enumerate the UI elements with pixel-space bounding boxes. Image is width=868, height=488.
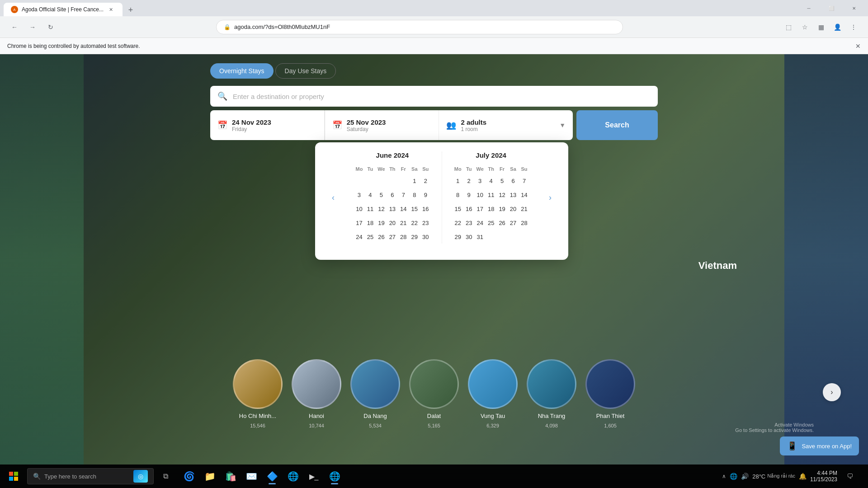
june-day-9[interactable]: 9: [420, 188, 430, 202]
calendar-next-button[interactable]: ›: [543, 190, 557, 205]
menu-button[interactable]: ⋮: [846, 20, 861, 34]
july-day-5[interactable]: 5: [497, 174, 507, 188]
june-day-26[interactable]: 26: [376, 230, 386, 244]
checkin-field[interactable]: 📅 24 Nov 2023 Friday: [210, 110, 325, 140]
dest-dalat[interactable]: Dalat 5,165: [409, 359, 459, 428]
june-day-20[interactable]: 20: [387, 216, 397, 230]
notification-close[interactable]: ✕: [855, 42, 861, 50]
tab-grid-button[interactable]: ▦: [814, 20, 828, 34]
june-day-30[interactable]: 30: [420, 230, 430, 244]
july-day-12[interactable]: 12: [497, 188, 507, 202]
june-day-16[interactable]: 16: [420, 202, 430, 216]
task-view-button[interactable]: ⧉: [156, 466, 175, 486]
bookmark-button[interactable]: ☆: [797, 20, 812, 34]
july-day-19[interactable]: 19: [497, 202, 507, 216]
dest-ho-chi-minh[interactable]: Ho Chi Minh... 15,546: [233, 359, 283, 428]
taskbar-mail-button[interactable]: ✉️: [241, 466, 261, 486]
calendar-prev-button[interactable]: ‹: [326, 190, 340, 205]
minimize-button[interactable]: ─: [798, 0, 819, 16]
june-day-13[interactable]: 13: [387, 202, 397, 216]
june-day-12[interactable]: 12: [376, 202, 386, 216]
dest-phan-thiet[interactable]: Phan Thiet 1,605: [585, 359, 635, 428]
checkout-field[interactable]: 📅 25 Nov 2023 Saturday: [325, 110, 439, 140]
june-day-29[interactable]: 29: [410, 230, 420, 244]
account-button[interactable]: 👤: [830, 20, 844, 34]
july-day-23[interactable]: 23: [464, 216, 474, 230]
taskbar-clock[interactable]: 4:44 PM 11/15/2023: [810, 470, 837, 483]
app-banner[interactable]: 📱 Save more on App!: [780, 436, 859, 455]
destination-search-row[interactable]: 🔍 Enter a destination or property: [210, 86, 658, 107]
july-day-18[interactable]: 18: [486, 202, 496, 216]
june-day-4[interactable]: 4: [365, 188, 375, 202]
june-day-3[interactable]: 3: [354, 188, 364, 202]
action-center-button[interactable]: 🗨: [841, 466, 859, 486]
july-day-29[interactable]: 29: [453, 230, 463, 244]
new-tab-button[interactable]: +: [124, 4, 137, 16]
july-day-27[interactable]: 27: [508, 216, 518, 230]
july-day-20[interactable]: 20: [508, 202, 518, 216]
july-day-17[interactable]: 17: [475, 202, 485, 216]
june-day-25[interactable]: 25: [365, 230, 375, 244]
june-day-1[interactable]: 1: [410, 174, 420, 188]
dest-nha-trang[interactable]: Nha Trang 4,098: [527, 359, 576, 428]
june-day-28[interactable]: 28: [398, 230, 408, 244]
guests-field[interactable]: 👥 2 adults 1 room ▼: [439, 110, 573, 140]
day-use-stays-tab[interactable]: Day Use Stays: [275, 63, 336, 79]
june-day-15[interactable]: 15: [410, 202, 420, 216]
july-day-28[interactable]: 28: [519, 216, 529, 230]
july-day-21[interactable]: 21: [519, 202, 529, 216]
taskbar-search-bar[interactable]: 🔍 Type here to search ◎: [27, 468, 154, 484]
taskbar-vscode-button[interactable]: 🔷: [262, 466, 282, 486]
july-day-9[interactable]: 9: [464, 188, 474, 202]
june-day-10[interactable]: 10: [354, 202, 364, 216]
browser-tab[interactable]: A Agoda Official Site | Free Cance... ✕: [4, 3, 123, 16]
july-day-3[interactable]: 3: [475, 174, 485, 188]
reload-button[interactable]: ↻: [43, 20, 58, 34]
taskbar-chrome2-button[interactable]: 🌐: [325, 466, 344, 486]
june-day-27[interactable]: 27: [387, 230, 397, 244]
july-day-8[interactable]: 8: [453, 188, 463, 202]
notification-icon[interactable]: 🔔: [799, 473, 807, 480]
june-day-17[interactable]: 17: [354, 216, 364, 230]
june-day-22[interactable]: 22: [410, 216, 420, 230]
dest-vung-tau[interactable]: Vung Tau 6,329: [468, 359, 518, 428]
july-day-24[interactable]: 24: [475, 216, 485, 230]
july-day-13[interactable]: 13: [508, 188, 518, 202]
june-day-11[interactable]: 11: [365, 202, 375, 216]
july-day-1[interactable]: 1: [453, 174, 463, 188]
start-button[interactable]: [4, 466, 24, 486]
june-day-23[interactable]: 23: [420, 216, 430, 230]
july-day-14[interactable]: 14: [519, 188, 529, 202]
july-day-25[interactable]: 25: [486, 216, 496, 230]
dest-da-nang[interactable]: Da Nang 5,534: [350, 359, 400, 428]
july-day-6[interactable]: 6: [508, 174, 518, 188]
address-bar[interactable]: 🔒 agoda.com/?ds=Ol8th0MlubzMU1nF: [216, 20, 623, 34]
june-day-7[interactable]: 7: [398, 188, 408, 202]
july-day-15[interactable]: 15: [453, 202, 463, 216]
taskbar-explorer-button[interactable]: 📁: [200, 466, 220, 486]
july-day-10[interactable]: 10: [475, 188, 485, 202]
dest-hanoi[interactable]: Hanoi 10,744: [292, 359, 341, 428]
june-day-6[interactable]: 6: [387, 188, 397, 202]
june-day-24[interactable]: 24: [354, 230, 364, 244]
taskbar-chrome-button[interactable]: 🌐: [283, 466, 303, 486]
forward-button[interactable]: →: [25, 20, 40, 34]
june-day-2[interactable]: 2: [420, 174, 430, 188]
july-day-7[interactable]: 7: [519, 174, 529, 188]
network-icon[interactable]: 🌐: [730, 473, 737, 480]
taskbar-terminal-button[interactable]: ▶_: [304, 466, 324, 486]
july-day-26[interactable]: 26: [497, 216, 507, 230]
cast-button[interactable]: ⬚: [781, 20, 796, 34]
july-day-31[interactable]: 31: [475, 230, 485, 244]
june-day-18[interactable]: 18: [365, 216, 375, 230]
hide-icons-button[interactable]: ∧: [722, 473, 726, 479]
destinations-next-button[interactable]: ›: [823, 383, 841, 401]
june-day-19[interactable]: 19: [376, 216, 386, 230]
june-day-21[interactable]: 21: [398, 216, 408, 230]
june-day-8[interactable]: 8: [410, 188, 420, 202]
tab-close-button[interactable]: ✕: [107, 5, 115, 14]
volume-icon[interactable]: 🔊: [741, 473, 749, 480]
back-button[interactable]: ←: [7, 20, 22, 34]
close-button[interactable]: ✕: [844, 0, 864, 16]
july-day-4[interactable]: 4: [486, 174, 496, 188]
